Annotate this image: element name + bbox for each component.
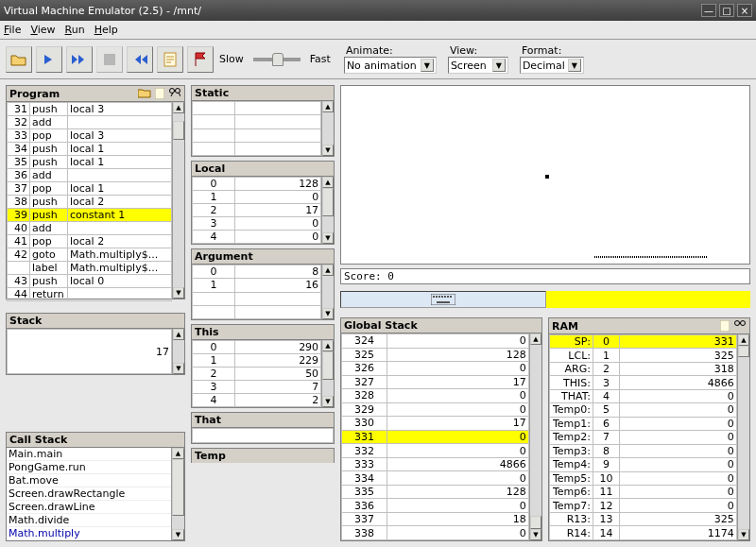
temp-title: Temp [191, 448, 335, 463]
speed-slider[interactable] [253, 58, 301, 61]
svg-rect-10 [444, 296, 446, 298]
local-title: Local [191, 161, 335, 176]
keyboard-input[interactable] [546, 291, 750, 308]
fast-forward-icon[interactable] [66, 46, 93, 73]
argument-title: Argument [191, 248, 335, 264]
search-icon[interactable] [168, 87, 181, 100]
view-label: View: [450, 44, 507, 57]
callstack-item[interactable]: Screen.drawRectangle [7, 487, 171, 501]
dropdown-arrow-icon: ▼ [492, 59, 506, 72]
this-table[interactable]: 029012292503742 [192, 340, 321, 407]
animate-label: Animate: [346, 44, 435, 57]
argument-scrollbar[interactable]: ▲▼ [321, 265, 334, 319]
minimize-button[interactable]: — [701, 4, 716, 17]
screen-view [340, 85, 750, 265]
svg-point-4 [176, 89, 180, 94]
menu-run[interactable]: Run [65, 24, 85, 36]
script-icon[interactable] [157, 46, 183, 73]
menu-file[interactable]: File [4, 24, 21, 36]
ram-table[interactable]: SP:0331LCL:1325ARG:2318THIS:34866THAT:40… [549, 334, 737, 540]
callstack-item[interactable]: PongGame.run [7, 461, 171, 474]
stop-icon[interactable] [96, 46, 123, 73]
local-scrollbar[interactable]: ▲▼ [321, 177, 334, 244]
program-scrollbar[interactable]: ▲▼ [172, 102, 184, 299]
svg-rect-11 [447, 296, 449, 298]
local-table[interactable]: 0128102173040 [192, 177, 321, 244]
svg-point-16 [741, 321, 746, 326]
svg-rect-6 [433, 296, 435, 298]
stack-title: Stack [6, 313, 185, 328]
title-bar: Virtual Machine Emulator (2.5) - /mnt/ —… [0, 0, 756, 21]
folder-icon[interactable] [138, 87, 151, 100]
format-select[interactable]: Decimal▼ [520, 57, 584, 74]
static-scrollbar[interactable]: ▲▼ [321, 101, 334, 156]
format-label: Format: [522, 44, 582, 57]
window-title: Virtual Machine Emulator (2.5) - /mnt/ [4, 5, 698, 17]
menu-help[interactable]: Help [94, 24, 118, 36]
ram-title: RAM [548, 317, 750, 333]
slow-label: Slow [219, 53, 244, 65]
svg-rect-8 [438, 296, 440, 298]
keyboard-icon[interactable] [340, 291, 546, 308]
svg-rect-13 [437, 301, 450, 303]
svg-rect-2 [155, 88, 164, 99]
callstack-scrollbar[interactable]: ▲▼ [171, 448, 184, 540]
argument-table[interactable]: 08116 [192, 265, 321, 319]
static-table[interactable] [192, 101, 321, 156]
svg-point-15 [735, 321, 740, 326]
keyboard-bar [340, 291, 750, 308]
dropdown-arrow-icon: ▼ [568, 59, 581, 72]
svg-rect-14 [720, 320, 730, 332]
stack-scrollbar[interactable]: ▲▼ [172, 329, 184, 374]
svg-rect-7 [436, 296, 438, 298]
svg-rect-12 [450, 296, 452, 298]
close-button[interactable]: × [737, 4, 752, 17]
that-table[interactable] [192, 428, 334, 443]
ram-scrollbar[interactable]: ▲▼ [737, 334, 749, 540]
fast-label: Fast [310, 53, 331, 65]
callstack-item[interactable]: Math.multiply [7, 527, 171, 540]
static-title: Static [191, 85, 335, 100]
svg-point-3 [170, 89, 175, 94]
program-title: Program [6, 85, 185, 101]
search-icon[interactable] [733, 319, 747, 333]
this-title: This [191, 324, 335, 339]
globalstack-scrollbar[interactable]: ▲▼ [529, 333, 541, 540]
callstack-item[interactable]: Math.divide [7, 514, 171, 527]
callstack-item[interactable]: Bat.move [7, 474, 171, 487]
callstack-item[interactable]: Screen.drawLine [7, 501, 171, 514]
open-icon[interactable] [6, 46, 32, 73]
stack-table[interactable]: 17 [7, 329, 172, 374]
menu-bar: File View Run Help [0, 21, 756, 40]
callstack-item[interactable]: Main.main [7, 448, 171, 461]
rewind-icon[interactable] [127, 46, 153, 73]
flag-icon[interactable] [187, 46, 214, 73]
score-text: Score: 0 [340, 268, 750, 284]
globalstack-table[interactable]: 3240325128326032717328032903301733103320… [341, 333, 529, 540]
this-scrollbar[interactable]: ▲▼ [321, 340, 334, 407]
toolbar: Slow Fast Animate: No animation▼ View: S… [0, 40, 756, 79]
animate-select[interactable]: No animation▼ [344, 57, 437, 74]
maximize-button[interactable]: □ [719, 4, 734, 17]
program-table[interactable]: 31pushlocal 332add33poplocal 334pushloca… [7, 102, 172, 301]
that-title: That [191, 412, 335, 427]
globalstack-title: Global Stack [340, 317, 542, 333]
svg-rect-5 [431, 294, 455, 305]
view-select[interactable]: Screen▼ [448, 57, 508, 74]
svg-rect-9 [441, 296, 443, 298]
svg-rect-0 [104, 54, 115, 65]
menu-view[interactable]: View [30, 24, 55, 36]
dropdown-arrow-icon: ▼ [421, 59, 434, 72]
callstack-list[interactable]: Main.mainPongGame.runBat.moveScreen.draw… [7, 448, 171, 540]
file-icon[interactable] [718, 319, 731, 333]
file-icon[interactable] [153, 87, 166, 100]
callstack-title: Call Stack [6, 432, 185, 447]
step-icon[interactable] [36, 46, 62, 73]
